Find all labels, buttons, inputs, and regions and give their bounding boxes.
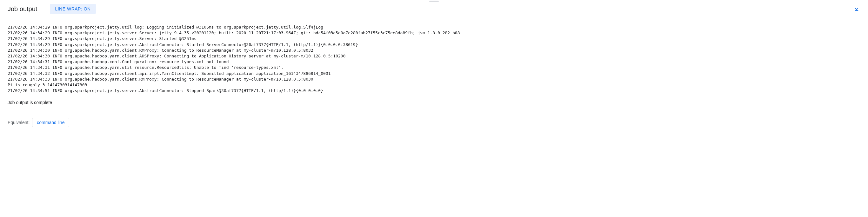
job-output-header: Job output LINE WRAP: ON: [0, 0, 868, 18]
log-line: 21/02/26 14:34:30 INFO org.apache.hadoop…: [8, 53, 860, 59]
command-line-button[interactable]: command line: [32, 118, 69, 127]
log-line: 21/02/26 14:34:30 INFO org.apache.hadoop…: [8, 48, 860, 53]
line-wrap-toggle-button[interactable]: LINE WRAP: ON: [50, 4, 96, 14]
log-line: 21/02/26 14:34:29 INFO org.sparkproject.…: [8, 42, 860, 48]
equivalent-label: Equivalent:: [8, 120, 30, 125]
log-line: 21/02/26 14:34:33 INFO org.apache.hadoop…: [8, 76, 860, 82]
collapse-down-icon[interactable]: [853, 5, 860, 13]
log-line: Pi is roughly 3.1414730314147303: [8, 82, 860, 88]
drag-handle-icon[interactable]: [429, 1, 439, 2]
log-line: 21/02/26 14:34:51 INFO org.sparkproject.…: [8, 88, 860, 94]
section-title: Job output: [8, 5, 37, 13]
log-line: 21/02/26 14:34:29 INFO org.sparkproject.…: [8, 30, 860, 36]
log-output-block: 21/02/26 14:34:29 INFO org.sparkproject.…: [0, 18, 868, 94]
log-line: 21/02/26 14:34:29 INFO org.sparkproject.…: [8, 24, 860, 30]
log-line: 21/02/26 14:34:31 INFO org.apache.hadoop…: [8, 65, 860, 70]
completion-message: Job output is complete: [0, 94, 868, 111]
log-line: 21/02/26 14:34:32 INFO org.apache.hadoop…: [8, 71, 860, 76]
equivalent-row: Equivalent: command line: [0, 111, 868, 133]
log-line: 21/02/26 14:34:29 INFO org.sparkproject.…: [8, 36, 860, 41]
log-line: 21/02/26 14:34:31 INFO org.apache.hadoop…: [8, 59, 860, 65]
